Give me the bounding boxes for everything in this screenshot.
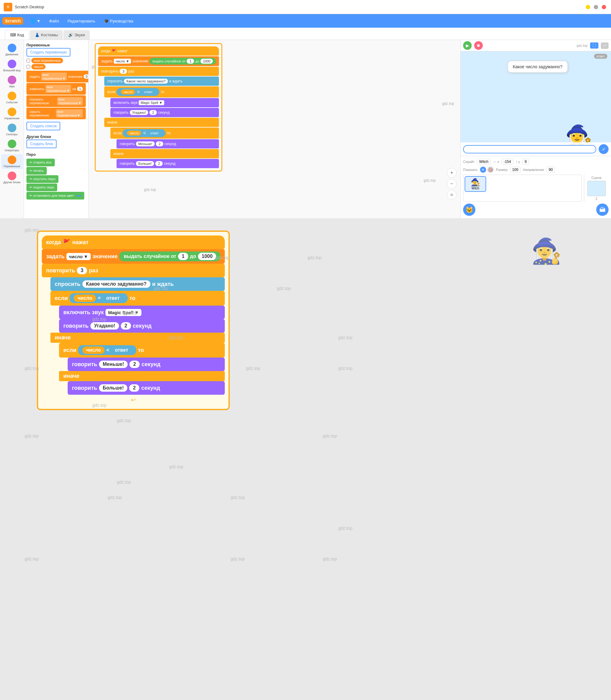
tab-costumes[interactable]: 👗 Костюмы — [30, 30, 63, 40]
pen-up-cmd[interactable]: ✏ поднять перо — [27, 184, 57, 191]
scene-label: Сцена — [591, 176, 601, 180]
var-block-myvars[interactable]: мои переменные — [31, 58, 63, 63]
fullscreen-button[interactable]: ⛶ — [590, 42, 598, 49]
cat-events[interactable]: События — [1, 90, 23, 105]
menubar: Scratch 🌐 ▼ Файл Редактировать 🎓 Руковод… — [0, 14, 611, 28]
language-menu[interactable]: 🌐 ▼ — [27, 17, 44, 25]
hat-block[interactable]: когда 🚩 нажат — [98, 46, 219, 56]
witch-sprite-thumb[interactable]: 🧙‍♀️ Witch — [465, 176, 486, 192]
add-sprite-button[interactable]: 🐱 — [463, 203, 475, 216]
app-logo: S — [4, 3, 12, 11]
zoom-in-button[interactable]: + — [447, 168, 457, 178]
var-block-number[interactable]: число — [31, 64, 45, 70]
if-block-1[interactable]: если число = ответ то — [104, 86, 219, 97]
zoomed-if-block-2[interactable]: если число < ответ то — [59, 343, 225, 357]
zoomed-random-block[interactable]: выдать случайное от 1 до 1000 — [119, 252, 221, 261]
stage-canvas: Какое число задуманно? ответ 🧙‍♀️ ✓ — [461, 51, 611, 156]
cat-sensing[interactable]: Сенсоры — [1, 122, 23, 137]
condition-1: число = ответ — [117, 88, 159, 96]
pen-clear-cmd[interactable]: ✏ стереть все — [27, 158, 55, 166]
sensing-dot — [8, 124, 16, 132]
gdz-bz-23: gdz.top — [117, 418, 131, 423]
pen-down-cmd[interactable]: ✏ опустить перо — [27, 175, 58, 183]
repeat-block[interactable]: повторить 3 раз — [98, 67, 219, 76]
tab-code[interactable]: ⌨ Код — [5, 30, 29, 40]
answer-input[interactable] — [463, 145, 596, 153]
window-controls — [586, 5, 606, 9]
cat-looks[interactable]: Внешний вид — [1, 58, 23, 73]
costume-icon: 👗 — [35, 33, 40, 37]
create-list-button[interactable]: Создать список — [27, 122, 60, 130]
zoomed-ask-block[interactable]: спросить Какое число задуманно? и ждать — [50, 277, 225, 291]
say-block-3[interactable]: говорить Больше! 2 секунд — [117, 159, 219, 168]
sprite-y: 9 — [522, 158, 529, 165]
tab-sounds[interactable]: 🔊 Звуки — [63, 30, 90, 40]
show-sprite-button[interactable]: 👁 — [480, 167, 486, 173]
zoomed-repeat-block[interactable]: повторить 3 раз — [42, 264, 225, 277]
expand-button[interactable]: ⤢ — [601, 42, 609, 49]
hide-sprite-button[interactable]: 🚫 — [487, 167, 493, 173]
green-flag-button[interactable]: ▶ — [463, 41, 472, 50]
minimize-button[interactable] — [586, 5, 590, 9]
answer-submit-button[interactable]: ✓ — [599, 144, 609, 154]
script-end-indicator: ↩ — [42, 395, 225, 405]
show-var-cmd[interactable]: показать переменную мои переменные▼ — [27, 95, 86, 107]
cat-variables[interactable]: Переменные — [1, 154, 23, 169]
var-checkbox-myvars[interactable] — [27, 59, 30, 62]
gdz-bz-15: gdz.top — [169, 464, 183, 469]
zoomed-if-block-1[interactable]: если число = ответ то — [50, 291, 225, 306]
zoomed-set-var-block[interactable]: задать число ▼ значение выдать случайное… — [42, 249, 225, 264]
say-block-1[interactable]: говорить Угадано! 2 секунд — [110, 108, 219, 117]
cat-control[interactable]: Управление — [1, 106, 23, 121]
app-title: Scratch Desktop — [15, 5, 44, 9]
set-var-cmd[interactable]: задать мои переменные▼ значение 0 — [27, 71, 89, 82]
zoomed-hat-block[interactable]: когда 🚩 нажат — [42, 235, 225, 249]
close-button[interactable] — [602, 5, 606, 9]
maximize-button[interactable] — [594, 5, 598, 9]
create-block-button[interactable]: Создать блок — [27, 140, 57, 148]
add-backdrop-button[interactable]: 🏔 — [596, 203, 609, 216]
code-icon: ⌨ — [10, 33, 16, 37]
hide-var-cmd[interactable]: скрыть переменную мои переменные▼ — [27, 108, 86, 119]
sprite-direction: 90 — [547, 167, 555, 173]
main-layout: Движение Внешний вид Звук События Управл… — [0, 40, 611, 218]
guides-menu[interactable]: 🎓 Руководства — [100, 17, 137, 25]
script-container: когда 🚩 нажат задать число ▼ значение вы… — [95, 43, 222, 171]
zoomed-say-block-3[interactable]: говорить Больше! 2 секунд — [68, 381, 225, 395]
set-var-block[interactable]: задать число ▼ значение выдать случайное… — [98, 56, 219, 66]
var-dropdown[interactable]: число ▼ — [114, 59, 131, 64]
edit-menu[interactable]: Редактировать — [64, 17, 99, 25]
zoomed-say-block-2[interactable]: говорить Меньше! 2 секунд — [68, 357, 225, 371]
zoomed-script: когда 🚩 нажат задать число ▼ значение вы… — [37, 231, 230, 410]
sprite-x: -154 — [502, 158, 513, 165]
pen-stamp-cmd[interactable]: ✏ печать — [27, 167, 47, 174]
events-dot — [8, 92, 16, 100]
zoomed-condition-2: число < ответ — [78, 345, 136, 355]
say-block-2[interactable]: говорить Меньше! 2 секунд — [117, 139, 219, 149]
zoomed-var-dropdown[interactable]: число ▼ — [66, 253, 91, 260]
zoom-reset-button[interactable]: = — [447, 190, 457, 200]
cat-operators[interactable]: Операторы — [1, 138, 23, 153]
scene-area: Сцена 2 — [584, 174, 609, 202]
sound-dot — [8, 76, 16, 84]
cat-sound[interactable]: Звук — [1, 74, 23, 89]
cat-myblocks[interactable]: Другие блоки — [1, 170, 23, 185]
zoomed-play-sound-block[interactable]: включить звук Magic Spell ▼ — [59, 306, 225, 319]
random-block[interactable]: выдать случайное от 1 до 1000 — [149, 58, 216, 64]
sound-dropdown[interactable]: Magic Spell ▼ — [139, 100, 164, 105]
ask-block[interactable]: спросить Какое число задуманно? и ждать — [104, 77, 219, 86]
if-block-2[interactable]: если число < ответ то — [110, 127, 219, 139]
gdz-bz-16: gdz.top — [108, 495, 122, 500]
file-menu[interactable]: Файл — [45, 17, 63, 25]
stop-button[interactable]: ⏹ — [474, 41, 483, 50]
gdz-bz-2: gdz.top — [215, 255, 229, 260]
play-sound-block[interactable]: включить звук Magic Spell ▼ — [110, 98, 219, 107]
zoom-out-button[interactable]: − — [447, 179, 457, 189]
change-var-cmd[interactable]: изменить мои переменные▼ на 1 — [27, 83, 86, 95]
zoomed-say-block-1[interactable]: говорить Угадано! 2 секунд — [59, 319, 225, 333]
var-checkbox-number[interactable] — [27, 65, 30, 69]
create-variable-button[interactable]: Создать переменную — [27, 48, 71, 57]
cat-motion[interactable]: Движение — [1, 42, 23, 57]
gdz-bz-24: gdz.top — [117, 480, 131, 485]
pen-color-cmd[interactable]: ✏ установить для пера цвет — [27, 192, 84, 199]
